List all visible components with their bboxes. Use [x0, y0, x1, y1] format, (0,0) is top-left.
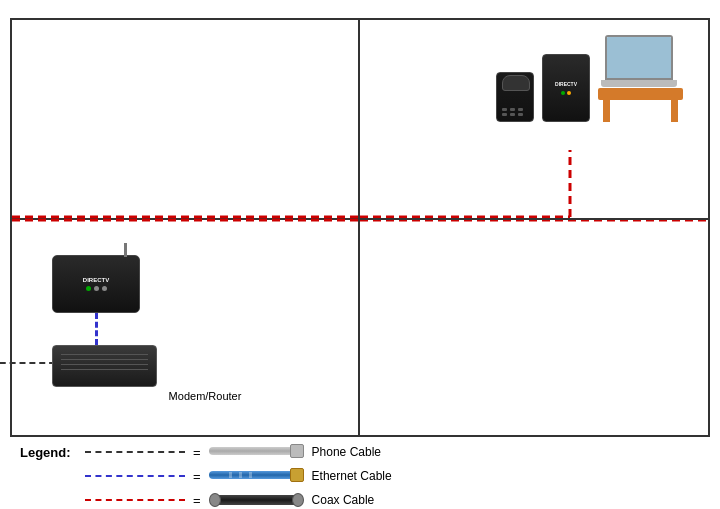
top-section: DIRECTV — [12, 20, 708, 220]
ethernet-vertical-line — [95, 313, 98, 345]
laptop — [605, 35, 677, 87]
legend-equals-coax: = — [193, 493, 201, 508]
coax-cable-img — [209, 491, 304, 509]
phone-device — [496, 72, 534, 122]
modem-vents — [61, 354, 148, 370]
bottom-section: To ISP DIRECTV — [12, 220, 708, 435]
bottom-right-panel — [360, 220, 708, 435]
legend-line-coax — [85, 499, 185, 501]
legend-item-coax: = Coax Cable — [85, 491, 700, 509]
phone-buttons — [502, 108, 524, 116]
legend-label-phone: Phone Cable — [312, 445, 402, 459]
legend-line-ethernet — [85, 475, 185, 477]
directv-box-right: DIRECTV — [542, 54, 590, 122]
directv-main-lights — [86, 286, 107, 291]
laptop-base — [601, 80, 677, 87]
desk-surface — [598, 88, 683, 100]
legend-label-coax: Coax Cable — [312, 493, 402, 507]
phone-handset — [502, 75, 530, 91]
modem-label: Modem/Router — [52, 390, 358, 402]
modem-box — [52, 345, 157, 387]
bottom-right-svg — [360, 220, 708, 435]
phone-cable-img — [209, 443, 304, 461]
desk-leg-right — [671, 100, 678, 122]
top-left-panel — [12, 20, 360, 218]
legend-equals-phone: = — [193, 445, 201, 460]
ethernet-cable-img — [209, 467, 304, 485]
bottom-left-panel: To ISP DIRECTV — [12, 220, 360, 435]
legend-item-phone: = Phone Cable — [85, 443, 700, 461]
phone-base — [496, 72, 534, 122]
laptop-screen-inner — [607, 37, 671, 78]
top-right-panel: DIRECTV — [360, 20, 708, 218]
legend-section: Legend: = Phone Cable = — [10, 443, 710, 509]
directv-main-box: DIRECTV — [52, 255, 140, 313]
legend-item-ethernet: = Ethernet Cable — [85, 467, 700, 485]
directv-main-group: DIRECTV — [52, 255, 358, 402]
antenna — [124, 243, 127, 257]
modem-group: Modem/Router — [52, 345, 358, 402]
laptop-screen — [605, 35, 673, 80]
top-left-svg — [12, 20, 358, 218]
directv-main-label: DIRECTV — [83, 277, 109, 283]
devices-group: DIRECTV — [496, 35, 683, 122]
diagram-container: DIRECTV — [10, 18, 710, 437]
desk-leg-left — [603, 100, 610, 122]
legend-items: = Phone Cable = — [85, 443, 700, 509]
laptop-group — [598, 35, 683, 122]
directv-label-right: DIRECTV — [555, 81, 577, 87]
legend-label-ethernet: Ethernet Cable — [312, 469, 402, 483]
legend-equals-ethernet: = — [193, 469, 201, 484]
directv-lights — [561, 91, 571, 95]
legend-title: Legend: — [20, 443, 75, 460]
legend-line-phone — [85, 451, 185, 453]
desk-legs — [603, 100, 678, 122]
directv-right: DIRECTV — [542, 54, 590, 122]
